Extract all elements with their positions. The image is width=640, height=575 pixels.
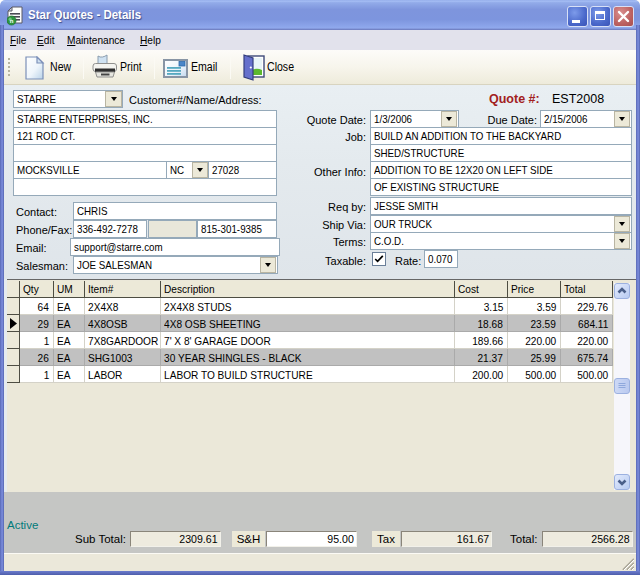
svg-text:n: n [10, 18, 14, 24]
